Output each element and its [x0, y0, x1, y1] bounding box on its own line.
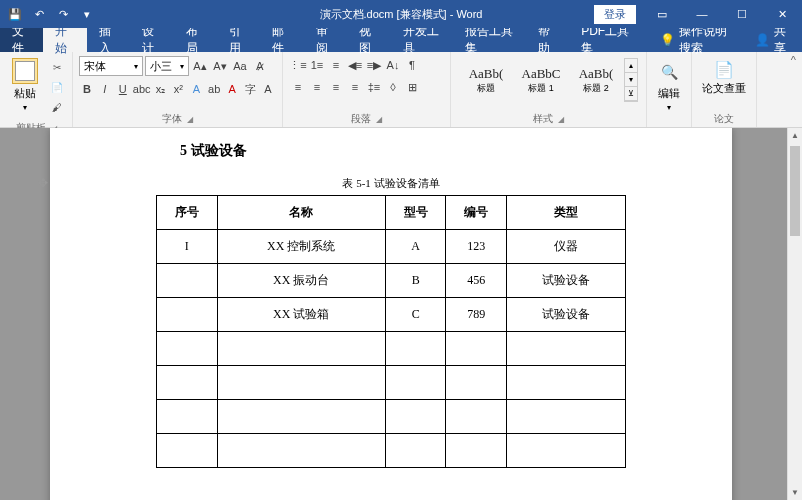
close-icon[interactable]: ✕	[762, 0, 802, 28]
thesis-check-button[interactable]: 📄 论文查重	[696, 54, 752, 96]
table-cell[interactable]	[157, 400, 218, 434]
table-header-cell[interactable]: 类型	[507, 196, 626, 230]
grow-font-icon[interactable]: A▴	[191, 57, 209, 75]
font-size-select[interactable]: 小三▾	[145, 56, 189, 76]
table-cell[interactable]: XX 振动台	[217, 264, 385, 298]
table-cell[interactable]: 123	[446, 230, 507, 264]
table-cell[interactable]	[217, 332, 385, 366]
justify-icon[interactable]: ≡	[346, 78, 364, 96]
strikethrough-icon[interactable]: abc	[133, 80, 151, 98]
qat-dropdown-icon[interactable]: ▾	[76, 3, 98, 25]
table-cell[interactable]	[157, 366, 218, 400]
text-effects-icon[interactable]: A	[188, 80, 204, 98]
scroll-thumb[interactable]	[790, 146, 800, 236]
cut-icon[interactable]: ✂	[48, 58, 66, 76]
tab-developer[interactable]: 开发工具	[391, 28, 454, 52]
table-cell[interactable]	[157, 332, 218, 366]
table-cell[interactable]	[385, 434, 446, 468]
tab-review[interactable]: 审阅	[304, 28, 347, 52]
table-cell[interactable]	[385, 332, 446, 366]
table-cell[interactable]: XX 试验箱	[217, 298, 385, 332]
format-painter-icon[interactable]: 🖌	[48, 98, 66, 116]
underline-icon[interactable]: U	[115, 80, 131, 98]
tell-me-search[interactable]: 💡 操作说明搜索	[650, 28, 744, 52]
show-marks-icon[interactable]: ¶	[403, 56, 421, 74]
paste-button[interactable]: 粘贴 ▾	[4, 54, 46, 120]
table-cell[interactable]: C	[385, 298, 446, 332]
undo-icon[interactable]: ↶	[28, 3, 50, 25]
table-cell[interactable]	[217, 400, 385, 434]
bold-icon[interactable]: B	[79, 80, 95, 98]
borders-icon[interactable]: ⊞	[403, 78, 421, 96]
table-cell[interactable]: 456	[446, 264, 507, 298]
style-item[interactable]: AaBb(标题 2	[569, 58, 623, 102]
font-name-select[interactable]: 宋体▾	[79, 56, 143, 76]
sort-icon[interactable]: A↓	[384, 56, 402, 74]
align-right-icon[interactable]: ≡	[327, 78, 345, 96]
section-heading[interactable]: 5 试验设备	[180, 142, 642, 160]
increase-indent-icon[interactable]: ≡▶	[365, 56, 383, 74]
scroll-up-icon[interactable]: ▲	[788, 128, 802, 143]
vertical-scrollbar[interactable]: ▲ ▼	[787, 128, 802, 500]
table-cell[interactable]	[217, 434, 385, 468]
table-caption[interactable]: 表 5-1 试验设备清单	[140, 176, 642, 191]
table-cell[interactable]: I	[157, 230, 218, 264]
equipment-table[interactable]: 序号名称型号编号类型 IXX 控制系统A123仪器XX 振动台B456试验设备X…	[156, 195, 626, 468]
table-cell[interactable]	[157, 434, 218, 468]
maximize-icon[interactable]: ☐	[722, 0, 762, 28]
collapse-ribbon-icon[interactable]: ^	[785, 52, 802, 127]
table-cell[interactable]	[217, 366, 385, 400]
change-case-icon[interactable]: Aa	[231, 57, 249, 75]
table-cell[interactable]: A	[385, 230, 446, 264]
style-item[interactable]: AaBbC标题 1	[514, 58, 568, 102]
table-cell[interactable]	[507, 366, 626, 400]
table-cell[interactable]	[446, 434, 507, 468]
table-cell[interactable]	[507, 332, 626, 366]
table-cell[interactable]: 试验设备	[507, 298, 626, 332]
tab-pdf-tools[interactable]: PDF工具集	[569, 28, 641, 52]
table-cell[interactable]: 仪器	[507, 230, 626, 264]
font-launcher-icon[interactable]: ◢	[187, 115, 193, 124]
shrink-font-icon[interactable]: A▾	[211, 57, 229, 75]
font-color-icon[interactable]: A	[224, 80, 240, 98]
table-cell[interactable]	[446, 400, 507, 434]
table-header-cell[interactable]: 名称	[217, 196, 385, 230]
table-cell[interactable]	[157, 264, 218, 298]
table-cell[interactable]: B	[385, 264, 446, 298]
styles-launcher-icon[interactable]: ◢	[558, 115, 564, 124]
tab-file[interactable]: 文件	[0, 28, 43, 52]
tab-home[interactable]: 开始	[43, 28, 86, 52]
paragraph-launcher-icon[interactable]: ◢	[376, 115, 382, 124]
table-cell[interactable]	[507, 400, 626, 434]
scroll-down-icon[interactable]: ▼	[788, 485, 802, 500]
table-anchor-icon[interactable]: ✥	[38, 176, 48, 190]
decrease-indent-icon[interactable]: ◀≡	[346, 56, 364, 74]
align-center-icon[interactable]: ≡	[308, 78, 326, 96]
find-icon[interactable]: 🔍	[657, 60, 681, 84]
numbering-icon[interactable]: 1≡	[308, 56, 326, 74]
table-cell[interactable]: 789	[446, 298, 507, 332]
tab-help[interactable]: 帮助	[526, 28, 569, 52]
style-item[interactable]: AaBb(标题	[459, 58, 513, 102]
bullets-icon[interactable]: ⋮≡	[289, 56, 307, 74]
table-header-cell[interactable]: 序号	[157, 196, 218, 230]
document-area[interactable]: 5 试验设备 表 5-1 试验设备清单 序号名称型号编号类型 IXX 控制系统A…	[0, 128, 787, 500]
phonetic-icon[interactable]: 字	[242, 80, 258, 98]
share-button[interactable]: 👤 共享	[743, 28, 802, 52]
shading-icon[interactable]: ◊	[384, 78, 402, 96]
multilevel-icon[interactable]: ≡	[327, 56, 345, 74]
table-cell[interactable]	[446, 332, 507, 366]
table-cell[interactable]	[507, 434, 626, 468]
highlight-icon[interactable]: ab	[206, 80, 222, 98]
align-left-icon[interactable]: ≡	[289, 78, 307, 96]
table-cell[interactable]	[157, 298, 218, 332]
ribbon-options-icon[interactable]: ▭	[642, 0, 682, 28]
clear-format-icon[interactable]: A̷	[251, 57, 269, 75]
tab-mailings[interactable]: 邮件	[260, 28, 303, 52]
subscript-icon[interactable]: x₂	[153, 80, 169, 98]
tab-layout[interactable]: 布局	[174, 28, 217, 52]
table-cell[interactable]: XX 控制系统	[217, 230, 385, 264]
copy-icon[interactable]: 📄	[48, 78, 66, 96]
superscript-icon[interactable]: x²	[170, 80, 186, 98]
redo-icon[interactable]: ↷	[52, 3, 74, 25]
